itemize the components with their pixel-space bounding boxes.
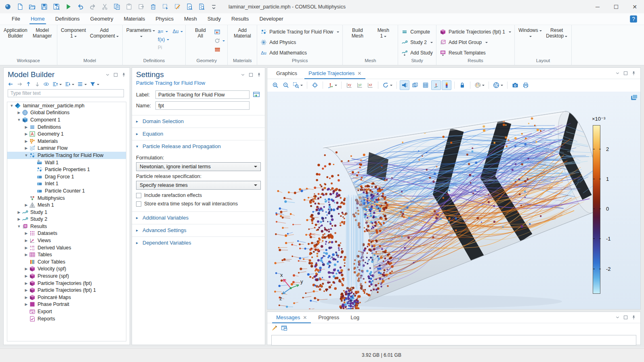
collapse-chev-icon[interactable] bbox=[105, 72, 110, 77]
close-button[interactable]: ✕ bbox=[625, 0, 644, 13]
app-logo-button[interactable] bbox=[2, 2, 13, 12]
section-domain-selection[interactable]: ▸ Domain Selection bbox=[132, 115, 265, 127]
tree-item-component-1[interactable]: ▼Component 1 bbox=[7, 116, 126, 123]
add-study-button[interactable]: Add Study bbox=[401, 48, 433, 57]
menu-study[interactable]: Study bbox=[202, 13, 226, 25]
reset-desktop-button[interactable]: ResetDesktop bbox=[544, 26, 570, 40]
delete-button[interactable] bbox=[148, 2, 158, 12]
tree-item-tables[interactable]: ▶Tables bbox=[7, 251, 126, 258]
component-1-button[interactable]: Component1 bbox=[59, 26, 88, 40]
section-additional-variables[interactable]: ▸ Additional Variables bbox=[132, 211, 265, 223]
clear-brush-button[interactable] bbox=[271, 325, 278, 333]
menu-definitions[interactable]: Definitions bbox=[50, 13, 85, 25]
mesh-1-button[interactable]: Mesh1 bbox=[370, 26, 396, 40]
section-dependent-variables[interactable]: ▸ Dependent Variables bbox=[132, 236, 265, 248]
new-file-button[interactable] bbox=[15, 2, 25, 12]
save-button[interactable] bbox=[39, 2, 49, 12]
section-equation[interactable]: ▸ Equation bbox=[132, 128, 265, 139]
legend-toggle-button[interactable] bbox=[442, 80, 451, 90]
run-button[interactable] bbox=[63, 2, 73, 12]
transparency-button[interactable] bbox=[410, 80, 420, 90]
tab-messages[interactable]: Messages✕ bbox=[271, 313, 313, 323]
tab-progress[interactable]: Progress bbox=[313, 313, 345, 323]
minimize-button[interactable]: ─ bbox=[588, 0, 607, 13]
particle-trajectories-fpt-1-button[interactable]: Particle Trajectories (fpt) 1 bbox=[440, 27, 511, 36]
pi-button[interactable]: Pi bbox=[158, 45, 162, 50]
grid-icon-button[interactable] bbox=[421, 80, 430, 90]
funnel-button[interactable] bbox=[90, 81, 99, 87]
tree-item-color-tables[interactable]: Color Tables bbox=[7, 258, 126, 266]
float-sq-icon[interactable] bbox=[113, 72, 118, 77]
maximize-button[interactable]: ☐ bbox=[607, 0, 625, 13]
tree-item-definitions[interactable]: ▶Definitions bbox=[7, 123, 126, 131]
palette-button[interactable] bbox=[473, 80, 486, 90]
particle-tracing-for-fluid-flow-button[interactable]: Particle Tracing for Fluid Flow bbox=[260, 27, 339, 36]
tab-log[interactable]: Log bbox=[345, 313, 365, 323]
tree-item-laminar-flow[interactable]: ▶Laminar Flow bbox=[7, 145, 126, 152]
find-button[interactable] bbox=[184, 2, 195, 12]
tree-item-velocity-spf[interactable]: ▶Velocity (spf) bbox=[7, 266, 126, 273]
tree-item-reports[interactable]: Reports bbox=[7, 315, 126, 322]
lock-button[interactable] bbox=[457, 80, 467, 90]
pin-icon[interactable] bbox=[631, 71, 636, 76]
float-sq-icon[interactable] bbox=[623, 315, 628, 320]
find-replace-button[interactable] bbox=[196, 2, 207, 12]
menu-materials[interactable]: Materials bbox=[118, 13, 150, 25]
arrow-left-button[interactable] bbox=[8, 81, 14, 87]
arrow-right-button[interactable] bbox=[17, 81, 23, 87]
add-plot-group-button[interactable]: Add Plot Group bbox=[440, 38, 511, 47]
tree-item-particle-properties-1[interactable]: Particle Properties 1 bbox=[7, 166, 126, 173]
section-advanced-settings[interactable]: ▸ Advanced Settings bbox=[132, 224, 265, 236]
clear-selection-button[interactable] bbox=[172, 2, 183, 12]
tree-item-inlet-1[interactable]: Inlet 1 bbox=[7, 180, 126, 188]
float-sq-icon[interactable] bbox=[248, 72, 254, 77]
vyz-button[interactable]: yz bbox=[355, 80, 365, 90]
tree-item-poincar-maps[interactable]: ▶Poincaré Maps bbox=[7, 294, 126, 301]
vxy-button[interactable]: xy bbox=[344, 80, 354, 90]
tree-item-particle-counter-1[interactable]: Particle Counter 1 bbox=[7, 187, 126, 195]
tree-item-datasets[interactable]: ▶Datasets bbox=[7, 230, 126, 237]
close-tab-icon[interactable]: ✕ bbox=[303, 315, 307, 320]
formulation-select[interactable]: Newtonian, ignore inertial terms bbox=[136, 162, 261, 171]
add-component-button[interactable]: AddComponent bbox=[88, 26, 121, 40]
compute-button[interactable]: Compute bbox=[401, 27, 433, 36]
tree-item-multiphysics[interactable]: Multiphysics bbox=[7, 195, 126, 202]
arrow-down-button[interactable] bbox=[34, 81, 40, 87]
tree-item-laminar-mixer-particle-mph[interactable]: ▼laminar_mixer_particle.mph bbox=[7, 102, 126, 109]
create-indicator-button[interactable] bbox=[253, 91, 261, 99]
pin-icon[interactable] bbox=[121, 72, 126, 77]
tree-item-materials[interactable]: ▶Materials bbox=[7, 138, 126, 145]
view-axes-button[interactable] bbox=[326, 80, 338, 90]
menu-results[interactable]: Results bbox=[226, 13, 254, 25]
rotate-button[interactable] bbox=[381, 80, 394, 90]
printer-button[interactable] bbox=[521, 80, 531, 90]
arrow-up-button[interactable] bbox=[25, 81, 31, 87]
tree-item-global-definitions[interactable]: ▶Global Definitions bbox=[7, 109, 126, 117]
menu-home[interactable]: Home bbox=[25, 13, 50, 25]
indent-up-button[interactable] bbox=[52, 81, 62, 87]
collapse-chev-icon[interactable] bbox=[615, 71, 620, 76]
listmenu-button[interactable] bbox=[77, 81, 87, 87]
tree-item-export[interactable]: Export bbox=[7, 308, 126, 315]
add-physics-button[interactable]: Add Physics bbox=[260, 38, 339, 47]
select-box-button[interactable] bbox=[160, 2, 170, 12]
label-field[interactable] bbox=[155, 90, 250, 99]
tree-item-mesh-1[interactable]: ▶Mesh 1 bbox=[7, 201, 126, 209]
result-templates-button[interactable]: Result Templates bbox=[440, 48, 511, 57]
customize-button[interactable] bbox=[208, 2, 219, 12]
tree-item-particle-trajectories-fpt[interactable]: ▶Particle Trajectories (fpt) bbox=[7, 280, 126, 287]
study-2-button[interactable]: Study 2 bbox=[401, 38, 433, 47]
tree-item-wall-1[interactable]: DWall 1 bbox=[7, 159, 126, 166]
zoom-out-button[interactable] bbox=[281, 80, 291, 90]
help-button[interactable]: ? bbox=[629, 15, 638, 23]
vxz-button[interactable]: xz bbox=[365, 80, 375, 90]
tree-item-particle-trajectories-fpt-1[interactable]: ▶Particle Trajectories (fpt) 1 bbox=[7, 287, 126, 294]
camera-button[interactable] bbox=[510, 80, 520, 90]
rarefaction-checkbox[interactable] bbox=[136, 193, 141, 198]
menu-mesh[interactable]: Mesh bbox=[179, 13, 202, 25]
extents-button[interactable] bbox=[310, 80, 320, 90]
axes-toggle-button[interactable] bbox=[431, 80, 441, 90]
menu-physics[interactable]: Physics bbox=[150, 13, 179, 25]
build-all-button[interactable]: BuildAll bbox=[187, 26, 213, 40]
tree-item-views[interactable]: ▶Views bbox=[7, 237, 126, 244]
